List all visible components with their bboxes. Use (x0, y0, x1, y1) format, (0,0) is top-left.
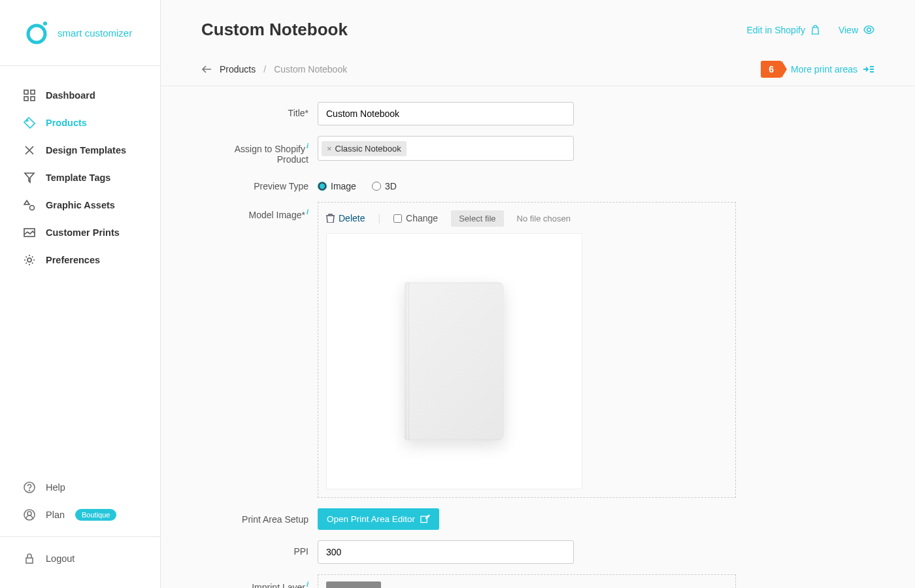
link-label: View (839, 25, 858, 35)
trash-icon (326, 214, 335, 223)
preview-3d-radio[interactable]: 3D (372, 181, 397, 191)
sidebar-item-template-tags[interactable]: Template Tags (0, 164, 160, 191)
breadcrumb-current: Custom Notebook (274, 64, 347, 74)
imprint-select-file-button[interactable]: Select file (326, 581, 381, 588)
assign-product-input[interactable]: × Classic Notebook (318, 136, 574, 161)
title-input[interactable] (318, 102, 574, 125)
breadcrumb-bar: Products / Custom Notebook 6 More print … (161, 53, 915, 86)
main-nav: Dashboard Products Design Templates Temp… (0, 66, 160, 466)
svg-point-7 (30, 206, 35, 210)
sidebar-item-label: Template Tags (46, 172, 110, 183)
arrow-list-icon (863, 65, 874, 74)
logo-icon (24, 20, 50, 46)
svg-rect-16 (421, 516, 427, 522)
svg-rect-3 (31, 90, 35, 94)
svg-point-6 (26, 120, 28, 122)
tools-icon (24, 144, 35, 156)
sidebar-item-plan[interactable]: Plan Boutique (0, 501, 160, 529)
svg-rect-5 (31, 97, 35, 101)
edit-in-shopify-link[interactable]: Edit in Shopify (746, 25, 820, 35)
link-label: Edit in Shopify (746, 25, 805, 35)
imprint-file-box: Select file No file chosen (Allowed file… (318, 574, 736, 588)
sidebar-item-label: Plan (46, 510, 65, 520)
bag-icon (810, 25, 820, 35)
plan-badge: Boutique (75, 509, 116, 521)
sidebar-item-logout[interactable]: Logout (0, 545, 160, 572)
main-content: Custom Notebook Edit in Shopify View Pro… (161, 0, 915, 588)
divider (0, 536, 160, 537)
image-icon (24, 227, 35, 238)
image-preview (326, 233, 582, 489)
sidebar-item-label: Preferences (46, 255, 100, 265)
ppi-input[interactable] (318, 540, 574, 564)
checkbox-input[interactable] (393, 214, 402, 223)
svg-point-13 (27, 512, 31, 515)
view-link[interactable]: View (839, 25, 874, 35)
sidebar-item-customer-prints[interactable]: Customer Prints (0, 219, 160, 246)
title-label: Title* (201, 102, 318, 118)
shapes-icon (24, 199, 35, 211)
tag-icon (24, 117, 35, 129)
more-print-areas-link[interactable]: More print areas (791, 64, 874, 74)
link-label: More print areas (791, 64, 857, 74)
preview-image-radio[interactable]: Image (318, 181, 356, 191)
remove-tag-icon[interactable]: × (327, 144, 332, 154)
sidebar-item-label: Design Templates (46, 145, 126, 155)
print-area-label: Print Area Setup (201, 508, 318, 525)
sidebar-item-label: Customer Prints (46, 227, 120, 238)
svg-point-0 (28, 25, 45, 42)
svg-rect-14 (26, 558, 33, 563)
preview-type-label: Preview Type (201, 175, 318, 191)
delete-image-button[interactable]: Delete (326, 213, 365, 223)
svg-point-11 (29, 490, 30, 491)
change-image-checkbox[interactable]: Change (393, 213, 438, 223)
notebook-mockup (405, 282, 504, 440)
more-print-areas: 6 More print areas (761, 61, 874, 78)
svg-point-1 (43, 22, 47, 25)
imprint-file-status: No file chosen (390, 586, 444, 588)
radio-input[interactable] (372, 182, 381, 191)
svg-rect-4 (24, 97, 28, 101)
lock-icon (24, 553, 35, 564)
svg-point-15 (867, 28, 871, 32)
model-image-box: Delete | Change Select file No file chos… (318, 202, 736, 498)
sidebar-item-help[interactable]: Help (0, 474, 160, 501)
model-image-label: Model Image*i (201, 202, 318, 220)
ppi-label: PPI (201, 540, 318, 557)
back-icon[interactable] (201, 65, 212, 74)
sidebar-item-design-templates[interactable]: Design Templates (0, 137, 160, 164)
radio-label: 3D (385, 181, 397, 191)
open-print-area-editor-button[interactable]: Open Print Area Editor (318, 508, 439, 530)
print-area-count-badge: 6 (761, 61, 782, 78)
page-header: Custom Notebook Edit in Shopify View (161, 0, 915, 53)
sidebar-item-label: Logout (46, 553, 75, 564)
header-actions: Edit in Shopify View (746, 25, 874, 35)
breadcrumb-sep: / (263, 64, 266, 74)
svg-rect-2 (24, 90, 28, 94)
info-icon[interactable]: i (307, 142, 308, 150)
product-form: Title* Assign to Shopifyi Product × Clas… (161, 86, 915, 588)
eye-icon (863, 25, 874, 35)
sidebar-item-preferences[interactable]: Preferences (0, 246, 160, 274)
breadcrumb-parent[interactable]: Products (220, 64, 256, 74)
info-icon[interactable]: i (307, 580, 308, 588)
gear-icon (24, 254, 35, 266)
help-icon (24, 482, 35, 493)
sidebar-item-graphic-assets[interactable]: Graphic Assets (0, 191, 160, 219)
sidebar-item-label: Products (46, 118, 87, 128)
radio-label: Image (331, 181, 356, 191)
assign-label: Assign to Shopifyi Product (201, 136, 318, 165)
info-icon[interactable]: i (307, 208, 308, 216)
user-icon (24, 509, 35, 521)
sidebar-item-products[interactable]: Products (0, 109, 160, 137)
select-file-button[interactable]: Select file (451, 210, 503, 227)
imprint-label: Imprint Layeri (201, 574, 318, 588)
edit-icon (420, 514, 430, 523)
sidebar-footer: Help Plan Boutique Logout (0, 466, 160, 588)
radio-input[interactable] (318, 182, 327, 191)
file-status: No file chosen (517, 214, 571, 223)
sidebar-item-dashboard[interactable]: Dashboard (0, 82, 160, 109)
svg-point-9 (27, 258, 31, 262)
sidebar-item-label: Graphic Assets (46, 200, 115, 210)
image-toolbar: Delete | Change Select file No file chos… (326, 210, 727, 233)
